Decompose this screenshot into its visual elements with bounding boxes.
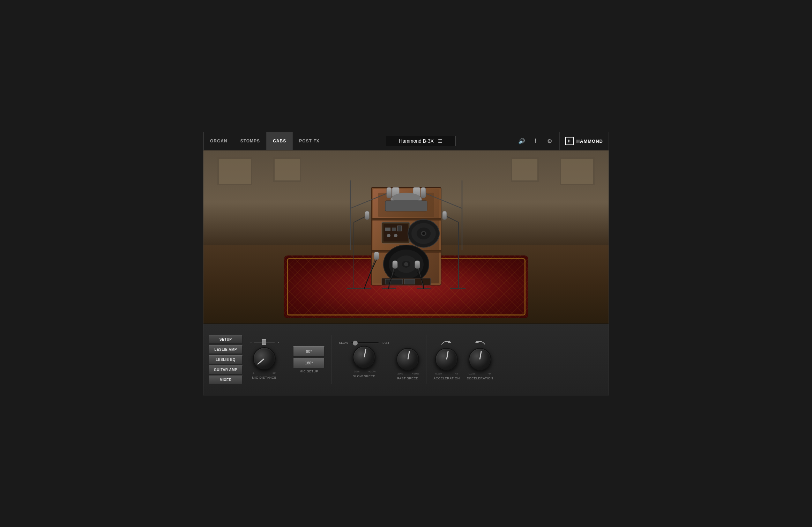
leslie-eq-button[interactable]: LESLIE EQ (209, 355, 243, 364)
top-nav: ORGAN STOMPS CABS POST FX Hammond B-3X ☰… (203, 132, 609, 150)
bracket-right-icon: ¬ (276, 340, 279, 344)
divider-3 (426, 335, 426, 384)
acceleration-label: ACCELERATION (433, 377, 460, 380)
mic-setup-buttons: 90° 180° (293, 346, 325, 368)
svg-rect-29 (404, 279, 415, 284)
guitar-amp-button[interactable]: GUITAR AMP (209, 365, 243, 374)
gear-icon: ⚙ (547, 138, 552, 144)
fast-speed-section: -20% +20% FAST SPEED (396, 339, 419, 380)
acceleration-knob[interactable] (435, 348, 458, 371)
speaker-button[interactable]: 🔊 (515, 135, 528, 147)
mic-distance-range: 1 10 (253, 371, 276, 374)
sidebar-buttons: SETUP LESLIE AMP LESLIE EQ GUITAR AMP MI… (209, 335, 243, 384)
wall-panel-center-left (273, 157, 301, 182)
alert-button[interactable]: ! (529, 135, 542, 147)
svg-point-26 (404, 262, 408, 266)
svg-rect-33 (374, 252, 379, 260)
preset-name: Hammond B-3X (399, 138, 434, 144)
mixer-button[interactable]: MIXER (209, 376, 243, 384)
distance-handle[interactable] (262, 339, 266, 345)
fast-speed-range: -20% +20% (396, 372, 419, 375)
leslie-cabinet-svg (343, 180, 469, 292)
speed-track[interactable] (351, 342, 379, 344)
distance-line (254, 342, 275, 342)
svg-rect-11 (383, 224, 408, 242)
wall-panel-left (217, 157, 252, 185)
tab-cabs[interactable]: CABS (267, 132, 293, 150)
preset-display[interactable]: Hammond B-3X ☰ (386, 136, 456, 146)
setup-button[interactable]: SETUP (209, 335, 243, 344)
mic-distance-section: ⌐ ¬ 1 10 MIC DISTANCE (249, 340, 279, 379)
fast-speed-knob[interactable] (396, 348, 419, 371)
accel-arrow-icon (440, 339, 454, 346)
mic-setup-180-button[interactable]: 180° (293, 358, 325, 368)
hamburger-icon[interactable]: ☰ (438, 138, 442, 144)
mic-distance-label: MIC DISTANCE (252, 376, 276, 379)
svg-rect-28 (385, 279, 403, 284)
slow-speed-section: SLOW FAST -20% +20% SLOW SPEED (339, 341, 389, 378)
fast-label: FAST (382, 341, 390, 344)
deceleration-section: 0.25x 4x DECELERATION (467, 339, 493, 380)
svg-rect-2 (371, 218, 441, 220)
acceleration-section: 0.25x 4x ACCELERATION (433, 339, 460, 380)
speaker-icon: 🔊 (518, 138, 525, 144)
svg-rect-14 (397, 226, 402, 231)
acceleration-range: 0.25x 4x (435, 372, 458, 375)
decel-arrow-icon (473, 339, 487, 346)
brand-logo: H HAMMOND (559, 132, 609, 150)
wall-panel-right (560, 157, 595, 185)
tab-stomps[interactable]: STOMPS (234, 132, 267, 150)
controls-panel: SETUP LESLIE AMP LESLIE EQ GUITAR AMP MI… (203, 324, 609, 395)
tab-post-fx[interactable]: POST FX (293, 132, 326, 150)
divider-2 (331, 335, 332, 384)
svg-point-21 (422, 232, 425, 235)
main-content: SETUP LESLIE AMP LESLIE EQ GUITAR AMP MI… (203, 150, 609, 395)
speed-thumb[interactable] (353, 341, 358, 346)
svg-rect-42 (387, 187, 392, 198)
settings-button[interactable]: ⚙ (543, 135, 556, 147)
mic-setup-label: MIC SETUP (299, 370, 318, 373)
svg-rect-49 (365, 211, 369, 220)
slow-speed-knob[interactable] (353, 346, 375, 369)
fast-speed-label: FAST SPEED (397, 377, 418, 380)
mic-setup-section: 90° 180° MIC SETUP (293, 346, 325, 373)
leslie-amp-button[interactable]: LESLIE AMP (209, 345, 243, 354)
visualizer (203, 150, 609, 324)
wall-panel-center-right (511, 157, 539, 182)
brand-icon: H (565, 137, 574, 145)
svg-rect-45 (421, 187, 426, 198)
slow-speed-label: SLOW SPEED (353, 374, 376, 378)
deceleration-range: 0.25x 4x (469, 372, 491, 375)
distance-indicator: ⌐ ¬ (249, 340, 279, 344)
app-container: ORGAN STOMPS CABS POST FX Hammond B-3X ☰… (203, 132, 609, 395)
divider-1 (286, 335, 286, 384)
slow-label: SLOW (339, 341, 348, 344)
tab-organ[interactable]: ORGAN (203, 132, 234, 150)
brand-name: HAMMOND (576, 139, 603, 144)
svg-rect-53 (442, 211, 447, 220)
preset-area: Hammond B-3X ☰ (326, 136, 515, 146)
svg-rect-12 (385, 228, 390, 231)
bracket-left-icon: ⌐ (249, 340, 252, 344)
mic-distance-knob[interactable] (253, 347, 276, 370)
exclamation-icon: ! (535, 138, 537, 145)
svg-rect-13 (392, 228, 396, 231)
svg-rect-39 (415, 261, 420, 268)
deceleration-knob[interactable] (469, 348, 491, 371)
svg-rect-9 (385, 201, 427, 211)
svg-point-15 (387, 234, 390, 237)
nav-tabs: ORGAN STOMPS CABS POST FX (203, 132, 326, 150)
slow-speed-range: -20% +20% (353, 370, 375, 373)
nav-icons: 🔊 ! ⚙ (515, 135, 559, 147)
speed-switch-row: SLOW FAST (339, 341, 389, 344)
svg-point-16 (394, 234, 397, 237)
mic-setup-90-button[interactable]: 90° (293, 346, 325, 357)
deceleration-label: DECELERATION (467, 377, 493, 380)
svg-rect-36 (393, 261, 397, 268)
